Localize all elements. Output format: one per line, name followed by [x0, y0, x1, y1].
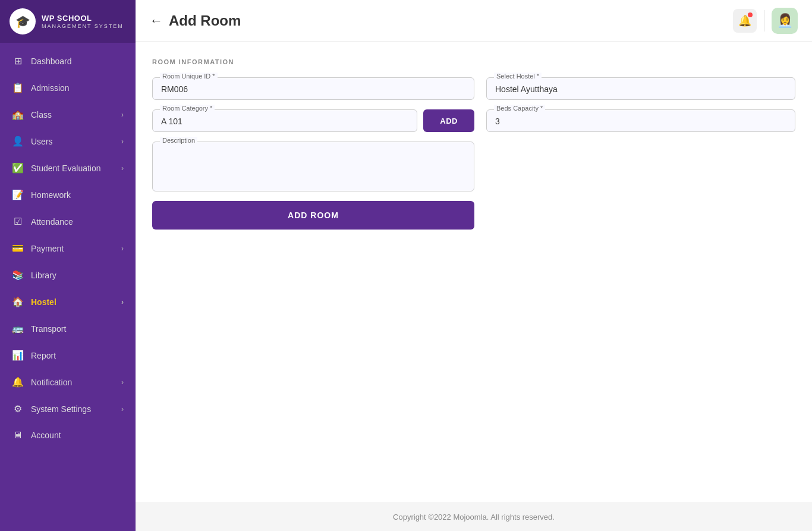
- sidebar-item-report[interactable]: 📊 Report: [0, 342, 136, 369]
- sidebar-item-dashboard[interactable]: ⊞ Dashboard: [0, 48, 136, 74]
- attendance-icon: ☑: [12, 216, 24, 227]
- sidebar-item-users[interactable]: 👤 Users ›: [0, 128, 136, 155]
- sidebar-nav: ⊞ Dashboard 📋 Admission 🏫 Class › 👤 User…: [0, 43, 136, 531]
- sidebar-item-label: Class: [31, 110, 114, 120]
- homework-icon: 📝: [12, 189, 24, 200]
- chevron-right-icon: ›: [121, 164, 124, 172]
- back-button[interactable]: ←: [150, 13, 163, 29]
- room-category-field: Room Category *: [152, 109, 417, 132]
- sidebar-item-label: Student Evaluation: [31, 164, 114, 173]
- chevron-right-icon: ›: [121, 244, 124, 253]
- footer-text: Copyright ©2022 Mojoomla. All rights res…: [393, 513, 555, 521]
- room-unique-id-field: Room Unique ID *: [152, 77, 474, 100]
- payment-icon: 💳: [12, 243, 24, 254]
- chevron-right-icon: ›: [121, 378, 124, 387]
- logo-area: 🎓 WP SCHOOL MANAGEMENT SYSTEM: [0, 0, 136, 43]
- footer: Copyright ©2022 Mojoomla. All rights res…: [136, 502, 812, 531]
- topbar-divider: [764, 10, 764, 32]
- main-content: ← Add Room 🔔 👩‍💼 ROOM INFORMATION: [136, 0, 812, 531]
- sidebar-item-account[interactable]: 🖥 Account: [0, 422, 136, 448]
- sidebar-item-student-evaluation[interactable]: ✅ Student Evaluation ›: [0, 155, 136, 181]
- sidebar-item-notification[interactable]: 🔔 Notification ›: [0, 369, 136, 395]
- room-category-row: Room Category * ADD: [152, 109, 474, 132]
- room-unique-id-input[interactable]: [161, 84, 465, 94]
- sidebar-item-label: Report: [31, 351, 124, 360]
- form-grid: Room Unique ID * Room Category * ADD Des…: [152, 77, 795, 230]
- sidebar-item-label: Dashboard: [31, 56, 124, 66]
- hostel-icon: 🏠: [12, 296, 24, 307]
- sidebar-item-label: Admission: [31, 83, 124, 93]
- room-category-label: Room Category *: [160, 105, 215, 112]
- description-input[interactable]: [161, 148, 465, 184]
- chevron-right-icon: ›: [121, 137, 124, 146]
- sidebar-item-label: Notification: [31, 378, 114, 387]
- sidebar-item-hostel[interactable]: 🏠 Hostel ›: [0, 288, 136, 315]
- room-unique-id-label: Room Unique ID *: [160, 73, 218, 80]
- users-icon: 👤: [12, 136, 24, 147]
- beds-capacity-label: Beds Capacity *: [494, 105, 545, 112]
- notification-badge: [748, 12, 753, 17]
- beds-capacity-input[interactable]: [495, 117, 786, 126]
- class-icon: 🏫: [12, 109, 24, 120]
- sidebar-item-label: Account: [31, 431, 124, 440]
- select-hostel-field: Select Hostel *: [486, 77, 795, 100]
- user-avatar[interactable]: 👩‍💼: [772, 8, 798, 34]
- avatar-image: 👩‍💼: [777, 13, 793, 29]
- form-right: Select Hostel * Beds Capacity *: [486, 77, 795, 230]
- chevron-right-icon: ›: [121, 111, 124, 119]
- add-category-button[interactable]: ADD: [423, 109, 474, 132]
- account-icon: 🖥: [12, 430, 24, 441]
- content-area: ROOM INFORMATION Room Unique ID * Room C…: [136, 42, 812, 502]
- sidebar-item-payment[interactable]: 💳 Payment ›: [0, 235, 136, 262]
- room-category-input[interactable]: [161, 117, 408, 126]
- sidebar-item-homework[interactable]: 📝 Homework: [0, 181, 136, 208]
- report-icon: 📊: [12, 350, 24, 361]
- chevron-right-icon: ›: [121, 298, 124, 306]
- notification-icon: 🔔: [12, 376, 24, 388]
- sidebar-item-label: Hostel: [31, 297, 114, 307]
- evaluation-icon: ✅: [12, 162, 24, 174]
- topbar-right: 🔔 👩‍💼: [733, 8, 798, 34]
- sidebar-item-label: Attendance: [31, 217, 124, 227]
- chevron-right-icon: ›: [121, 405, 124, 413]
- sidebar-item-system-settings[interactable]: ⚙ System Settings ›: [0, 395, 136, 422]
- page-title-area: ← Add Room: [150, 12, 241, 29]
- beds-capacity-field: Beds Capacity *: [486, 109, 795, 132]
- admission-icon: 📋: [12, 82, 24, 93]
- description-label: Description: [160, 137, 197, 144]
- sidebar-item-class[interactable]: 🏫 Class ›: [0, 101, 136, 128]
- app-subtitle: MANAGEMENT SYSTEM: [42, 23, 124, 29]
- sidebar-item-transport[interactable]: 🚌 Transport: [0, 315, 136, 342]
- sidebar-item-label: Homework: [31, 190, 124, 200]
- sidebar-item-admission[interactable]: 📋 Admission: [0, 74, 136, 101]
- topbar: ← Add Room 🔔 👩‍💼: [136, 0, 812, 42]
- page-title: Add Room: [169, 12, 241, 29]
- sidebar-item-label: Library: [31, 271, 124, 280]
- logo-icon: 🎓: [10, 8, 36, 34]
- app-name: WP SCHOOL: [42, 14, 124, 24]
- sidebar-item-label: System Settings: [31, 404, 114, 414]
- sidebar: 🎓 WP SCHOOL MANAGEMENT SYSTEM ⊞ Dashboar…: [0, 0, 136, 531]
- sidebar-item-library[interactable]: 📚 Library: [0, 262, 136, 288]
- sidebar-item-label: Payment: [31, 244, 114, 253]
- select-hostel-label: Select Hostel *: [494, 73, 542, 80]
- sidebar-item-attendance[interactable]: ☑ Attendance: [0, 208, 136, 235]
- section-label: ROOM INFORMATION: [152, 58, 795, 65]
- transport-icon: 🚌: [12, 323, 24, 334]
- notification-button[interactable]: 🔔: [733, 9, 757, 33]
- description-field: Description: [152, 142, 474, 191]
- sidebar-item-label: Users: [31, 137, 114, 146]
- settings-icon: ⚙: [12, 403, 24, 414]
- add-room-button[interactable]: ADD ROOM: [152, 201, 474, 230]
- dashboard-icon: ⊞: [12, 55, 24, 67]
- library-icon: 📚: [12, 269, 24, 281]
- sidebar-item-label: Transport: [31, 324, 124, 334]
- form-left: Room Unique ID * Room Category * ADD Des…: [152, 77, 474, 230]
- select-hostel-input[interactable]: [495, 84, 786, 94]
